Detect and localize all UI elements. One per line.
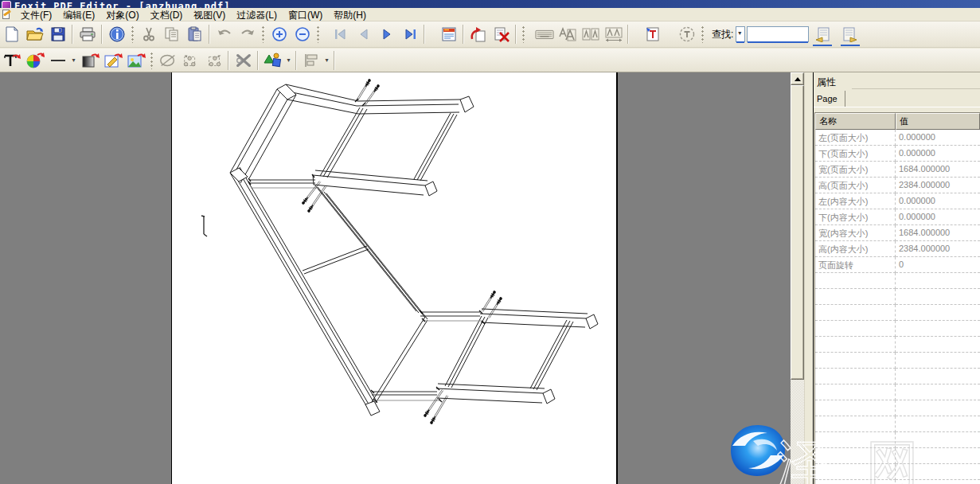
nav-first-icon: [334, 28, 348, 41]
add-image-icon: [127, 52, 146, 69]
property-row[interactable]: 宽(内容大小)1684.000000: [815, 225, 980, 241]
nav-last-icon: [403, 28, 417, 41]
align-tools-icon: [303, 52, 320, 69]
first-page-button[interactable]: [331, 25, 350, 44]
add-shading-icon: [80, 52, 100, 69]
new-document-icon: [5, 26, 19, 42]
last-page-button[interactable]: [400, 25, 420, 44]
rotate-page-icon: [470, 26, 487, 42]
toolbar-main: 查找:: [0, 21, 980, 48]
print-icon: [80, 27, 96, 41]
shading-tool-button[interactable]: [80, 51, 100, 70]
wireframe-drawing: [171, 72, 618, 484]
column-header-name[interactable]: 名称: [815, 113, 896, 130]
property-row[interactable]: 页面旋转0: [815, 257, 980, 273]
toolbar-separator: [295, 51, 297, 70]
clone-object-button[interactable]: [158, 51, 178, 70]
toolbar-grip: [150, 52, 153, 69]
menu-file[interactable]: 文件(F): [15, 9, 57, 21]
rotate-object-left-button[interactable]: [182, 51, 201, 70]
save-button[interactable]: [49, 25, 68, 44]
open-folder-icon: [26, 27, 44, 41]
dropdown-arrow[interactable]: ▾: [69, 53, 78, 68]
keyboard-button[interactable]: [535, 25, 554, 44]
new-document-button[interactable]: [2, 25, 21, 44]
menu-window[interactable]: 窗口(W): [283, 9, 328, 21]
redo-button[interactable]: [238, 25, 257, 44]
property-name: 高(内容大小): [815, 241, 896, 257]
dropdown-arrow[interactable]: ▾: [322, 53, 331, 68]
property-value: 0.000000: [896, 130, 980, 146]
cut-button[interactable]: [139, 25, 158, 44]
property-row-empty: [815, 273, 980, 289]
undo-icon: [217, 28, 232, 41]
property-name: [815, 289, 896, 305]
property-name: [815, 369, 896, 384]
column-header-value[interactable]: 值: [896, 113, 980, 130]
page-layout-button[interactable]: [439, 25, 459, 44]
toolbar-separator: [72, 25, 73, 44]
font-width-button[interactable]: [604, 25, 623, 44]
menu-filter[interactable]: 过滤器(L): [231, 9, 283, 21]
menu-object[interactable]: 对象(O): [100, 9, 144, 21]
add-color-icon: [25, 52, 45, 69]
zoom-in-button[interactable]: [270, 25, 289, 44]
paste-button[interactable]: [185, 25, 205, 44]
undo-button[interactable]: [215, 25, 234, 44]
dropdown-arrow[interactable]: ▾: [284, 53, 293, 68]
property-row[interactable]: 下(内容大小)0.000000: [815, 209, 980, 225]
scroll-up-button[interactable]: [791, 72, 804, 85]
property-name: 下(内容大小): [815, 209, 896, 225]
tab-page[interactable]: Page: [814, 91, 845, 107]
rotate-object-right-button[interactable]: [205, 51, 224, 70]
find-next-button[interactable]: [841, 25, 860, 44]
find-previous-button[interactable]: [813, 25, 832, 44]
rotate-page-button[interactable]: [469, 25, 488, 44]
menu-view[interactable]: 视图(V): [188, 9, 231, 21]
line-style-button[interactable]: [49, 51, 68, 70]
property-row[interactable]: 左(页面大小)0.000000: [815, 130, 980, 146]
menu-edit[interactable]: 编辑(E): [57, 9, 100, 21]
property-row[interactable]: 高(内容大小)2384.000000: [815, 241, 980, 257]
property-value: 2384.000000: [896, 241, 980, 257]
shape-tools-icon: [264, 52, 283, 69]
edit-object-button[interactable]: [103, 51, 123, 70]
toolbar-separator: [463, 25, 464, 44]
text-mode-button[interactable]: [677, 25, 697, 44]
property-row[interactable]: 下(页面大小)0.000000: [815, 146, 980, 162]
copy-button[interactable]: [162, 25, 182, 44]
property-row[interactable]: 高(页面大小)2384.000000: [815, 178, 980, 193]
menu-help[interactable]: 帮助(H): [328, 9, 372, 21]
zoom-out-button[interactable]: [293, 25, 312, 44]
pdf-page[interactable]: [171, 72, 618, 484]
next-page-button[interactable]: [377, 25, 396, 44]
open-button[interactable]: [25, 25, 45, 44]
scrollbar-thumb[interactable]: [791, 85, 804, 380]
font-size-button[interactable]: [558, 25, 577, 44]
align-tools-button[interactable]: [302, 51, 321, 70]
find-input[interactable]: [747, 26, 809, 42]
add-text-button[interactable]: [2, 51, 21, 70]
zoom-out-icon: [295, 26, 310, 42]
redo-icon: [240, 28, 256, 41]
color-tool-button[interactable]: [25, 51, 45, 70]
font-style-button[interactable]: [581, 25, 600, 44]
shape-tools-button[interactable]: [264, 51, 283, 70]
property-value: [896, 305, 980, 321]
menu-document[interactable]: 文档(D): [145, 9, 189, 21]
previous-page-button[interactable]: [354, 25, 373, 44]
find-scope-select[interactable]: [736, 26, 745, 42]
vertical-scrollbar[interactable]: [791, 72, 804, 484]
toolbar-grip: [317, 25, 319, 43]
find-next-icon: [842, 26, 858, 42]
print-button[interactable]: [78, 25, 97, 44]
property-row[interactable]: 宽(页面大小)1684.000000: [815, 162, 980, 178]
property-row[interactable]: 左(内容大小)0.000000: [815, 193, 980, 209]
delete-object-button[interactable]: [234, 51, 253, 70]
toolbar-separator: [627, 25, 629, 44]
document-info-button[interactable]: [107, 25, 127, 44]
insert-text-button[interactable]: [643, 25, 662, 44]
delete-page-button[interactable]: [492, 25, 511, 44]
property-row-empty: [815, 321, 980, 337]
add-image-button[interactable]: [127, 51, 146, 70]
